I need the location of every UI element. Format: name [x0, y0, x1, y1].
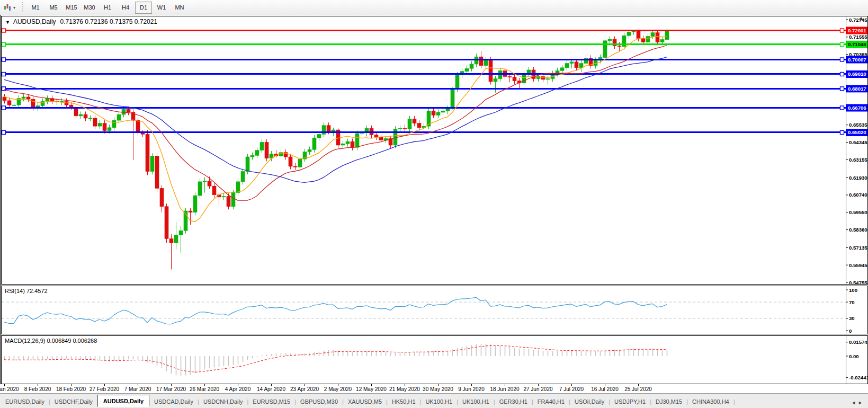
- tab-scroll-arrows[interactable]: ◄►: [851, 400, 865, 405]
- date-label: 17 Mar 2020: [156, 386, 186, 392]
- axis-tick-label: 30: [849, 315, 855, 321]
- axis-tick-label: 0.66706: [848, 105, 866, 111]
- timeframe-button-h4[interactable]: H4: [117, 2, 134, 14]
- chart-tab-audusd-daily[interactable]: AUDUSD,Daily: [97, 395, 149, 407]
- timeframe-button-m5[interactable]: M5: [45, 2, 62, 14]
- axis-tick-label: 0.65020: [848, 129, 866, 135]
- line-handle-right[interactable]: [840, 72, 844, 76]
- date-label: 14 Apr 2020: [257, 386, 285, 392]
- rsi-panel-border: [2, 286, 868, 334]
- timeframe-button-d1[interactable]: D1: [135, 2, 152, 14]
- date-label: 23 Apr 2020: [290, 386, 319, 392]
- line-handle-right[interactable]: [840, 58, 844, 61]
- line-handle-left[interactable]: [2, 72, 6, 76]
- axis-tick-label: 0.69010: [848, 71, 866, 77]
- axis-tick-label: 0.59550: [849, 209, 867, 215]
- timeframe-button-m15[interactable]: M15: [63, 2, 80, 14]
- chart-tab-usdjpy-h1[interactable]: USDJPY,H1: [609, 396, 651, 406]
- axis-tick-label: 0.71046: [848, 41, 866, 47]
- chart-tab-ger30-h1[interactable]: GER30,H1: [494, 396, 533, 406]
- axis-tick-label: -0.024412: [849, 375, 868, 380]
- timeframe-button-m30[interactable]: M30: [81, 2, 98, 14]
- chart-tab-dj30-m15[interactable]: DJ30,M15: [650, 396, 687, 406]
- date-label: 27 Feb 2020: [90, 386, 119, 392]
- line-handle-left[interactable]: [2, 42, 6, 46]
- axis-tick-label: 0.60740: [849, 192, 867, 198]
- axis-tick-label: 0.00: [849, 353, 859, 359]
- axis-tick-label: 0.68017: [848, 86, 866, 92]
- axis-tick-label: 0.72745: [849, 17, 867, 23]
- scroll-left-icon[interactable]: ◄: [851, 400, 858, 405]
- chart-tab-eurusd-m15[interactable]: EURUSD,M15: [247, 396, 296, 406]
- chart-tab-hk50-h1[interactable]: HK50,H1: [387, 396, 421, 406]
- macd-panel-canvas[interactable]: 0.0157410.00-0.024412: [0, 335, 868, 384]
- axis-tick-label: 0.015741: [849, 339, 868, 345]
- price-label-badge-0.71046: 0.71046: [846, 41, 867, 48]
- chart-tab-gbpusd-m30[interactable]: GBPUSD,M30: [295, 396, 343, 406]
- chart-tab-uk100-h1[interactable]: UK100,H1: [420, 396, 458, 406]
- scroll-right-icon[interactable]: ►: [858, 400, 865, 405]
- date-label: 18 Feb 2020: [56, 386, 86, 392]
- line-handle-right[interactable]: [840, 29, 844, 32]
- date-label: 8 Feb 2020: [24, 386, 51, 392]
- date-label: 30 Jan 2020: [0, 386, 19, 392]
- line-handle-left[interactable]: [2, 29, 6, 32]
- chart-tab-usdcad-daily[interactable]: USDCAD,Daily: [149, 396, 199, 406]
- axis-tick-label: 0.63155: [849, 157, 867, 163]
- timeframe-button-m1[interactable]: M1: [27, 2, 44, 14]
- axis-tick-label: 100: [849, 287, 857, 293]
- date-label: 4 Apr 2020: [225, 386, 250, 392]
- toolbar-gripper[interactable]: [22, 2, 23, 13]
- date-label: 30 May 2020: [423, 386, 453, 392]
- macd-label: MACD(12,26,9) 0.006849 0.006268: [5, 338, 97, 344]
- chart-tab-eurusd-daily[interactable]: EURUSD,Daily: [0, 396, 50, 406]
- chart-ohlc-values: 0.71376 0.72136 0.71375 0.72021: [60, 18, 158, 25]
- chart-tab-uk100-h1[interactable]: UK100,H1: [457, 396, 495, 406]
- chart-type-button[interactable]: ▾: [0, 3, 17, 12]
- timeframe-buttons: M1M5M15M30H1H4D1W1MN: [26, 2, 189, 14]
- chart-dropdown-icon[interactable]: ▼: [5, 20, 10, 25]
- date-label: 16 Jul 2020: [591, 386, 619, 392]
- chart-tab-usdcnh-daily[interactable]: USDCNH,Daily: [198, 396, 248, 406]
- line-handle-right[interactable]: [840, 130, 844, 134]
- line-handle-right[interactable]: [840, 106, 844, 110]
- line-handle-right[interactable]: [840, 87, 844, 91]
- chart-tab-usdchf-daily[interactable]: USDCHF,Daily: [49, 396, 98, 406]
- main-chart-border: [2, 16, 868, 285]
- chart-title: ▼AUDUSD,Daily0.71376 0.72136 0.71375 0.7…: [5, 18, 157, 25]
- line-handle-left[interactable]: [2, 58, 6, 61]
- timeframe-button-w1[interactable]: W1: [153, 2, 170, 14]
- date-label: 2 May 2020: [324, 386, 352, 392]
- axis-tick-label: 0.71555: [849, 34, 867, 40]
- date-label: 12 May 2020: [356, 386, 387, 392]
- price-label-badge-0.70007: 0.70007: [846, 56, 867, 63]
- date-label: 18 Jun 2020: [490, 386, 519, 392]
- date-label: 27 Jun 2020: [523, 386, 552, 392]
- chart-tab-xauusd-m5[interactable]: XAUUSD,M5: [343, 396, 387, 406]
- timeframe-button-h1[interactable]: H1: [99, 2, 116, 14]
- chart-symbol-label: AUDUSD,Daily: [13, 18, 56, 25]
- timeframe-button-mn[interactable]: MN: [171, 2, 188, 14]
- axis-tick-label: 0.65535: [849, 122, 867, 128]
- line-handle-left[interactable]: [2, 130, 6, 134]
- chart-tab-fra40-h1[interactable]: FRA40,H1: [532, 396, 570, 406]
- axis-tick-label: 0.64345: [849, 139, 867, 145]
- rsi-label: RSI(14) 72.4572: [5, 288, 48, 294]
- price-label-badge-0.65020: 0.65020: [846, 129, 867, 136]
- axis-tick-label: 0.72001: [848, 28, 866, 33]
- main-chart-canvas[interactable]: 0.727450.715550.703650.655350.643450.631…: [0, 16, 868, 285]
- date-label: 21 May 2020: [389, 386, 420, 392]
- chart-type-icon: [3, 3, 12, 12]
- chart-tab-china300-h4[interactable]: CHINA300,H4: [687, 396, 735, 406]
- chart-tab-usoil-daily[interactable]: USOil,Daily: [569, 396, 610, 406]
- rsi-panel-canvas[interactable]: 10070300: [0, 286, 868, 334]
- line-handle-right[interactable]: [840, 42, 844, 46]
- time-axis[interactable]: 30 Jan 20208 Feb 202018 Feb 202027 Feb 2…: [0, 384, 868, 393]
- date-label: 25 Jul 2020: [624, 386, 652, 392]
- price-label-badge-0.72001: 0.72001: [846, 27, 867, 34]
- axis-tick-label: 70: [849, 299, 855, 305]
- chart-tabbar: EURUSD,Daily|USDCHF,Daily|AUDUSD,Daily|U…: [0, 393, 868, 406]
- line-handle-left[interactable]: [2, 106, 6, 110]
- axis-tick-label: 0: [849, 328, 852, 334]
- macd-panel-border: [2, 336, 868, 384]
